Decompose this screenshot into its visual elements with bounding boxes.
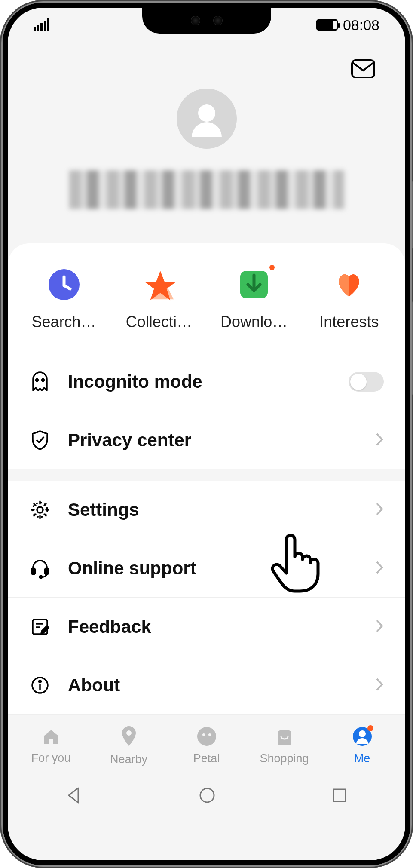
avatar[interactable] — [177, 89, 237, 149]
clock-icon — [49, 269, 80, 300]
status-time: 08:08 — [343, 17, 379, 34]
menu-item-label: Privacy center — [68, 430, 375, 451]
svg-point-14 — [126, 730, 132, 736]
menu-item-online-support[interactable]: Online support — [8, 539, 405, 598]
menu-item-settings[interactable]: Settings — [8, 481, 405, 539]
info-icon — [29, 676, 51, 695]
svg-point-21 — [200, 788, 214, 802]
username-redacted — [69, 170, 344, 209]
bag-icon — [275, 726, 294, 748]
svg-point-10 — [40, 576, 42, 578]
phone-frame: 08:08 — [0, 0, 413, 868]
mail-icon[interactable] — [351, 59, 375, 80]
back-button[interactable] — [65, 786, 83, 806]
svg-rect-0 — [352, 60, 374, 77]
svg-point-5 — [42, 379, 44, 381]
menu-item-privacy-center[interactable]: Privacy center — [8, 411, 405, 469]
svg-point-13 — [39, 680, 41, 682]
svg-rect-9 — [45, 568, 49, 574]
svg-point-20 — [359, 730, 366, 737]
menu-item-about[interactable]: About — [8, 656, 405, 715]
svg-point-17 — [208, 733, 211, 736]
quick-action-label: Interests — [319, 313, 379, 331]
incognito-toggle[interactable] — [349, 372, 384, 392]
person-icon — [352, 726, 373, 748]
quick-action-collections[interactable]: Collecti… — [111, 269, 206, 331]
quick-actions-row: Search… Collecti… Downlo… — [8, 261, 405, 353]
menu-item-label: Settings — [68, 500, 375, 520]
shield-check-icon — [29, 430, 51, 451]
chevron-right-icon — [375, 619, 384, 635]
home-button[interactable] — [198, 786, 216, 806]
home-icon — [41, 727, 61, 748]
quick-action-search[interactable]: Search… — [16, 269, 111, 331]
svg-point-15 — [197, 727, 216, 746]
battery-icon — [316, 19, 338, 31]
quick-action-label: Collecti… — [126, 313, 192, 331]
quick-action-label: Downlo… — [220, 313, 288, 331]
menu-group-privacy: Incognito mode Privacy center — [8, 353, 405, 469]
heart-icon — [333, 269, 364, 300]
chevron-right-icon — [375, 677, 384, 693]
svg-rect-8 — [31, 568, 35, 574]
notch — [142, 8, 271, 34]
content-card: Search… Collecti… Downlo… — [8, 243, 405, 715]
headset-icon — [29, 558, 51, 579]
chevron-right-icon — [375, 432, 384, 448]
profile-header — [8, 42, 405, 239]
nav-petal[interactable]: Petal — [168, 726, 245, 765]
svg-point-16 — [202, 733, 205, 736]
svg-point-1 — [198, 104, 215, 122]
phone-screen: 08:08 — [8, 8, 405, 860]
chevron-right-icon — [375, 502, 384, 518]
nav-label: Nearby — [110, 753, 147, 766]
recents-button[interactable] — [331, 787, 348, 805]
menu-item-label: Feedback — [68, 616, 375, 637]
chevron-right-icon — [375, 560, 384, 577]
nav-label: Me — [354, 752, 370, 765]
nav-label: For you — [31, 751, 71, 765]
svg-point-4 — [36, 379, 38, 381]
nav-shopping[interactable]: Shopping — [245, 726, 323, 765]
nav-me[interactable]: Me — [323, 726, 401, 765]
quick-action-interests[interactable]: Interests — [302, 269, 397, 331]
nav-for-you[interactable]: For you — [12, 727, 90, 765]
menu-item-label: About — [68, 675, 375, 696]
section-divider — [8, 469, 405, 481]
svg-rect-22 — [333, 789, 346, 801]
download-icon — [239, 269, 269, 300]
menu-item-feedback[interactable]: Feedback — [8, 598, 405, 656]
gear-icon — [29, 500, 51, 520]
pin-icon — [119, 725, 139, 749]
menu-group-general: Settings Online support — [8, 481, 405, 715]
quick-action-label: Search… — [32, 313, 96, 331]
svg-point-6 — [37, 507, 43, 513]
menu-item-incognito[interactable]: Incognito mode — [8, 353, 405, 411]
system-nav-bar — [8, 770, 405, 822]
svg-rect-18 — [278, 730, 291, 745]
note-edit-icon — [29, 617, 51, 636]
ghost-icon — [29, 371, 51, 392]
menu-item-label: Online support — [68, 558, 375, 579]
nav-nearby[interactable]: Nearby — [90, 725, 168, 766]
face-icon — [196, 726, 217, 748]
nav-label: Petal — [193, 752, 220, 765]
signal-icon — [34, 18, 49, 31]
nav-label: Shopping — [260, 752, 309, 765]
bottom-nav: For you Nearby Petal Shopping — [8, 715, 405, 770]
quick-action-downloads[interactable]: Downlo… — [207, 269, 302, 331]
star-icon — [144, 269, 174, 300]
menu-item-label: Incognito mode — [68, 371, 349, 392]
